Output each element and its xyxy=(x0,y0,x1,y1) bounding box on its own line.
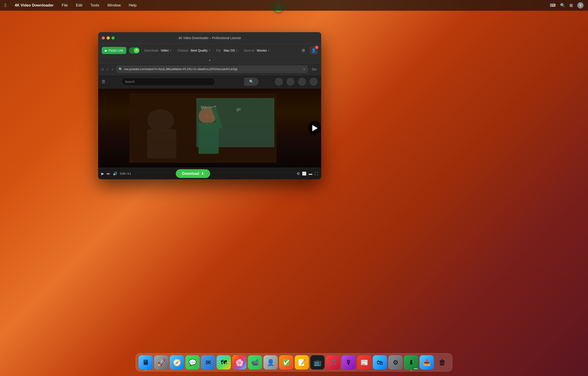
dock-item-reminders[interactable]: ✅ xyxy=(279,355,293,370)
collapse-bar[interactable]: ▾ xyxy=(98,57,321,63)
main-window: 4K Video Downloader – Professional Licen… xyxy=(98,32,321,179)
video-time: 0:00 / 0:1 xyxy=(120,172,131,175)
miniplayer-button[interactable]: ⬜ xyxy=(302,171,306,176)
settings-video-button[interactable]: ⚙ xyxy=(297,171,300,176)
dock-item-maps[interactable]: 🗺 xyxy=(217,355,231,370)
back-button[interactable]: ‹ xyxy=(106,67,109,71)
dock-item-safari[interactable]: 🧭 xyxy=(170,355,184,370)
youtube-search-placeholder: Search xyxy=(125,80,135,84)
maximize-button[interactable] xyxy=(112,36,115,40)
play-pause-button[interactable]: ▶ xyxy=(101,171,104,176)
paste-link-label: Paste Link xyxy=(109,49,123,52)
video-right-controls: ⚙ ⬜ ▬ ⛶ xyxy=(297,171,318,176)
play-button[interactable] xyxy=(308,121,321,135)
dock-dot-4kvd xyxy=(411,370,411,371)
menubar-app-name[interactable]: 4K Video Downloader xyxy=(13,3,55,8)
hamburger-menu-icon[interactable]: ☰ xyxy=(102,79,105,84)
os-chevron-icon: ▾ xyxy=(236,49,237,52)
youtube-search-button[interactable]: 🔍 xyxy=(244,78,259,86)
menubar-edit[interactable]: Edit xyxy=(74,3,84,8)
dock-item-contacts[interactable]: 👤 xyxy=(263,355,278,370)
quality-value: Best Quality xyxy=(191,49,208,52)
dock-item-finder[interactable]: 🖥 xyxy=(138,355,153,370)
dock-item-4kvd[interactable]: ⬇ PRO xyxy=(404,355,418,370)
dock-item-news[interactable]: 📰 xyxy=(357,355,371,370)
paste-link-button[interactable]: ▶ Paste Link xyxy=(102,47,126,54)
theater-button[interactable]: ▬ xyxy=(309,172,312,176)
svg-text:IP: IP xyxy=(236,107,241,112)
address-bar-row: ⌂ ‹ › 🔍 ww.youtube.com/watch?v=Nx2LJ8Kja… xyxy=(98,63,321,75)
youtube-area: ☰ Search 🔍 xyxy=(98,75,321,179)
smart-mode-toggle[interactable]: 💡 xyxy=(129,47,140,54)
menubar-file[interactable]: File xyxy=(61,3,69,8)
dock-item-appletv[interactable]: 📺 xyxy=(310,355,325,370)
youtube-icon-2[interactable] xyxy=(286,78,294,86)
video-player[interactable]: Weier? Bock? IP xyxy=(98,88,321,168)
download-type-dropdown[interactable]: Download Video ▾ xyxy=(142,48,173,53)
collapse-chevron-icon: ▾ xyxy=(209,58,210,62)
forward-button[interactable]: › xyxy=(111,67,114,71)
home-button[interactable]: ⌂ xyxy=(101,67,104,71)
quality-chevron-icon: ▾ xyxy=(209,49,210,52)
youtube-right-icons xyxy=(275,78,318,86)
svg-rect-6 xyxy=(147,129,176,158)
address-clear-button[interactable]: ✕ xyxy=(303,67,306,71)
dock-item-appstore[interactable]: 🛍 xyxy=(373,355,387,370)
youtube-search-icon: 🔍 xyxy=(249,79,254,84)
volume-button[interactable]: 🔊 xyxy=(113,171,117,176)
dock-item-downloads[interactable]: 📥 xyxy=(420,355,434,370)
window-title: 4K Video Downloader – Professional Licen… xyxy=(178,36,241,40)
dock: 🖥 🚀 🧭 💬 ✉ 🗺 🌸 📹 👤 ✅ 📝 📺 🎵 🎙 📰 🛍 xyxy=(136,353,452,372)
dock-item-photos[interactable]: 🌸 xyxy=(232,355,246,370)
smart-mode-circle: 💡 xyxy=(134,48,139,53)
control-center-icon[interactable]: ⊞ xyxy=(569,3,573,8)
menubar-window[interactable]: Window xyxy=(106,3,122,8)
youtube-icon-1[interactable] xyxy=(275,78,283,86)
user-icon[interactable]: Y xyxy=(577,2,584,9)
notifications-button[interactable]: 👤 1 xyxy=(310,46,318,55)
quality-dropdown[interactable]: Choose Best Quality ▾ xyxy=(176,48,212,53)
os-dropdown[interactable]: For Mac OS ▾ xyxy=(215,48,239,53)
youtube-search-bar[interactable]: Search xyxy=(122,78,215,86)
youtube-icon-3[interactable] xyxy=(298,78,306,86)
window-controls xyxy=(102,36,115,40)
minimize-button[interactable] xyxy=(107,36,110,40)
download-label: Download xyxy=(144,49,158,52)
menubar-tools[interactable]: Tools xyxy=(89,3,101,8)
dock-item-podcasts[interactable]: 🎙 xyxy=(342,355,356,370)
search-icon[interactable]: 🔍 xyxy=(560,3,565,8)
video-frame: Weier? Bock? IP xyxy=(98,88,308,168)
svg-rect-8 xyxy=(199,122,219,154)
settings-button[interactable]: ⚙ xyxy=(300,47,307,54)
next-button[interactable]: ⏭ xyxy=(107,172,110,176)
fullscreen-button[interactable]: ⛶ xyxy=(315,172,318,176)
save-to-dropdown[interactable]: Save to Movies ▾ xyxy=(242,48,271,53)
choose-label: Choose xyxy=(177,49,188,52)
dock-item-notes[interactable]: 📝 xyxy=(295,355,309,370)
notification-badge: 1 xyxy=(315,45,318,49)
dock-item-trash[interactable]: 🗑 xyxy=(435,355,450,370)
browser-area: ▾ ⌂ ‹ › 🔍 ww.youtube.com/watch?v=Nx2LJ8K… xyxy=(98,57,321,179)
save-to-value: Movies xyxy=(257,49,267,52)
dock-item-music[interactable]: 🎵 xyxy=(326,355,340,370)
save-to-label: Save to xyxy=(244,49,254,52)
url-display: ww.youtube.com/watch?v=Nx2LJ8Kja98&list=… xyxy=(124,67,301,71)
dock-item-facetime[interactable]: 📹 xyxy=(248,355,262,370)
svg-point-5 xyxy=(147,109,174,132)
keyboard-icon[interactable]: ⌨ xyxy=(550,3,556,8)
dock-item-mail[interactable]: ✉ xyxy=(201,355,215,370)
download-button[interactable]: Download ⬇ xyxy=(176,169,210,178)
dock-item-messages[interactable]: 💬 xyxy=(185,355,200,370)
menubar:  4K Video Downloader File Edit Tools Wi… xyxy=(0,0,588,11)
youtube-icon-4[interactable] xyxy=(310,78,318,86)
apple-menu[interactable]:  xyxy=(4,2,6,8)
address-bar[interactable]: 🔍 ww.youtube.com/watch?v=Nx2LJ8Kja98&lis… xyxy=(116,66,308,73)
menubar-help[interactable]: Help xyxy=(127,3,138,8)
dock-item-launchpad[interactable]: 🚀 xyxy=(154,355,168,370)
go-button[interactable]: Go xyxy=(310,66,318,72)
toolbar: ▶ Paste Link 💡 Download Video ▾ Choose B… xyxy=(98,44,321,57)
save-chevron-icon: ▾ xyxy=(268,49,269,52)
dock-item-systemprefs[interactable]: ⚙ xyxy=(388,355,403,370)
close-button[interactable] xyxy=(102,36,105,40)
for-label: For xyxy=(216,49,221,52)
